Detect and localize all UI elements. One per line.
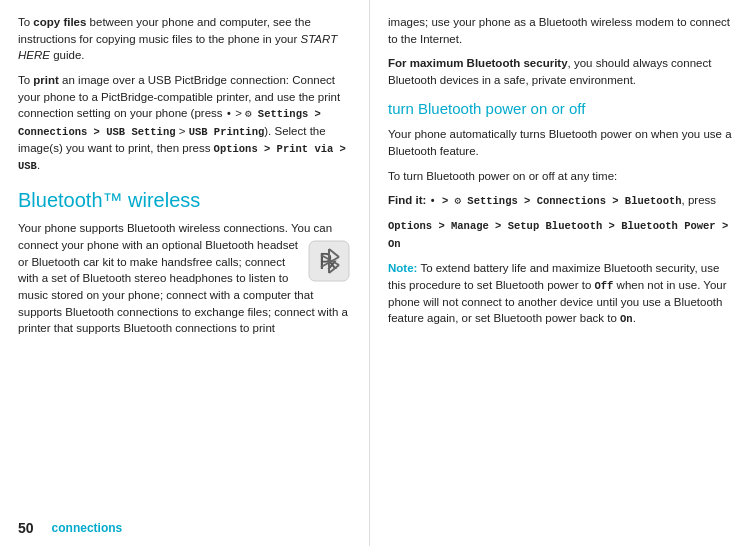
find-code: • > ⚙ Settings > Connections > Bluetooth [430, 195, 682, 207]
copy-files-bold: copy files [33, 16, 86, 28]
note-end: . [633, 312, 636, 324]
turn-para1: Your phone automatically turns Bluetooth… [388, 126, 736, 159]
page-number: 50 [18, 520, 34, 536]
security-bold: For maximum Bluetooth security [388, 57, 568, 69]
left-column: To copy files between your phone and com… [0, 0, 370, 546]
turn-bluetooth-heading: turn Bluetooth power on or off [388, 99, 736, 119]
page-footer: 50 connections [18, 520, 122, 536]
turn-para2: To turn Bluetooth power on or off at any… [388, 168, 736, 185]
print-gt1: > [232, 107, 245, 119]
bluetooth-section: Your phone supports Bluetooth wireless c… [18, 220, 351, 355]
find-comma: , press [682, 194, 717, 206]
right-para1: images; use your phone as a Bluetooth wi… [388, 16, 730, 45]
copy-files-paragraph: To copy files between your phone and com… [18, 14, 351, 174]
note-off: Off [594, 280, 613, 292]
print-gt2: > [176, 125, 189, 137]
find-label: Find it: [388, 194, 430, 206]
usb-printing: USB Printing [189, 126, 265, 138]
print-end: . [37, 159, 40, 171]
copy-files-prefix: To [18, 16, 33, 28]
right-intro: images; use your phone as a Bluetooth wi… [388, 14, 736, 89]
turn-bluetooth-content: Your phone automatically turns Bluetooth… [388, 126, 736, 327]
bluetooth-para-text: Your phone supports Bluetooth wireless c… [18, 220, 351, 345]
footer-label: connections [52, 521, 123, 535]
right-column: images; use your phone as a Bluetooth wi… [370, 0, 754, 546]
find-code2: Options > Manage > Setup Bluetooth > Blu… [388, 220, 728, 249]
note-label: Note: [388, 262, 417, 274]
bluetooth-icon: ℞ [307, 239, 351, 283]
bluetooth-para-cont: an optional Bluetooth headset or Bluetoo… [18, 239, 348, 334]
copy-files-end: guide. [50, 49, 85, 61]
note-on: On [620, 313, 633, 325]
bluetooth-heading: Bluetooth™ wireless [18, 188, 351, 212]
print-prefix: To [18, 74, 33, 86]
print-bold: print [33, 74, 59, 86]
